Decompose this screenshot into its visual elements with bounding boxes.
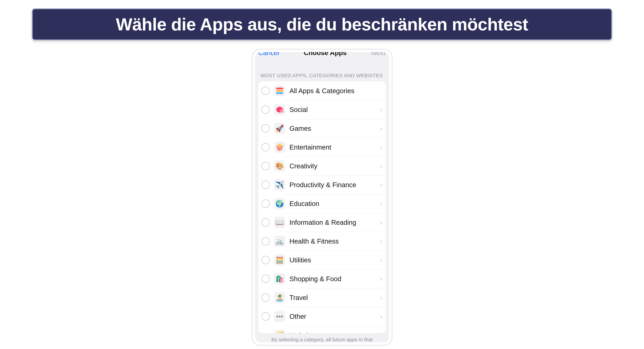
checkbox[interactable] — [261, 105, 270, 114]
chevron-right-icon: › — [378, 256, 382, 264]
row-productivity[interactable]: ✈️ Productivity & Finance › — [258, 175, 386, 194]
section-header: MOST USED APPS, CATEGORIES AND WEBSITES — [255, 58, 389, 81]
footer-note: By selecting a category, all future apps… — [255, 333, 389, 342]
checkbox[interactable] — [261, 87, 270, 95]
chevron-right-icon: › — [378, 144, 382, 151]
checkbox[interactable] — [261, 218, 270, 227]
row-label: All Apps & Categories — [290, 87, 382, 95]
chevron-right-icon: › — [378, 181, 382, 189]
chevron-right-icon: › — [378, 219, 382, 226]
phone-screen: Cancel Choose Apps Next MOST USED APPS, … — [255, 52, 389, 342]
bag-icon: 🛍️ — [274, 273, 285, 284]
checkbox[interactable] — [261, 181, 270, 189]
palette-icon: 🎨 — [274, 160, 285, 172]
row-label: Utilities — [290, 256, 378, 264]
row-health[interactable]: 🚲 Health & Fitness › — [258, 232, 386, 251]
row-travel[interactable]: 🏝️ Travel › — [258, 288, 386, 307]
checkbox[interactable] — [261, 275, 270, 283]
checkbox[interactable] — [261, 293, 270, 302]
row-label: Websites — [290, 331, 378, 333]
checkbox[interactable] — [261, 124, 270, 133]
popcorn-icon: 🍿 — [274, 142, 285, 153]
row-label: Games — [290, 125, 378, 132]
checkbox[interactable] — [261, 312, 270, 321]
book-icon: 📖 — [274, 217, 285, 228]
row-label: Other — [290, 313, 378, 320]
row-shopping[interactable]: 🛍️ Shopping & Food › — [258, 269, 386, 288]
row-education[interactable]: 🌍 Education › — [258, 194, 386, 213]
chevron-right-icon: › — [378, 162, 382, 170]
bike-icon: 🚲 — [274, 236, 285, 247]
checkbox[interactable] — [261, 143, 270, 151]
row-label: Education — [290, 200, 378, 207]
paperplane-icon: ✈️ — [274, 179, 285, 190]
row-utilities[interactable]: 🧮 Utilities › — [258, 251, 386, 269]
chevron-right-icon: › — [378, 331, 382, 333]
row-label: Travel — [290, 294, 378, 301]
chevron-right-icon: › — [378, 237, 382, 245]
row-label: Health & Fitness — [290, 237, 378, 245]
checkbox[interactable] — [261, 256, 270, 264]
row-entertainment[interactable]: 🍿 Entertainment › — [258, 138, 386, 157]
chevron-right-icon: › — [378, 106, 382, 114]
chevron-right-icon: › — [378, 275, 382, 283]
row-label: Social — [290, 106, 378, 114]
chevron-right-icon: › — [378, 313, 382, 320]
row-label: Shopping & Food — [290, 275, 378, 283]
instruction-banner-text: Wähle die Apps aus, die du beschränken m… — [116, 15, 528, 35]
row-label: Creativity — [290, 162, 378, 170]
cancel-button[interactable]: Cancel — [258, 52, 279, 57]
row-label: Productivity & Finance — [290, 181, 378, 189]
navbar: Cancel Choose Apps Next — [255, 52, 389, 58]
dots-icon: ••• — [274, 311, 285, 322]
row-games[interactable]: 🚀 Games › — [258, 119, 386, 138]
stack-icon — [274, 85, 285, 96]
page-title: Choose Apps — [304, 52, 346, 57]
next-button[interactable]: Next — [371, 52, 386, 57]
instruction-banner: Wähle die Apps aus, die du beschränken m… — [32, 9, 612, 40]
checkbox[interactable] — [261, 162, 270, 170]
category-list: All Apps & Categories Social › 🚀 Games ›… — [258, 81, 386, 333]
row-other[interactable]: ••• Other › — [258, 307, 386, 326]
row-social[interactable]: Social › — [258, 100, 386, 119]
rocket-icon: 🚀 — [274, 123, 285, 134]
row-all-apps[interactable]: All Apps & Categories — [258, 81, 386, 100]
row-label: Information & Reading — [290, 219, 378, 226]
row-websites[interactable]: 🧭 Websites › — [258, 326, 386, 333]
chevron-right-icon: › — [378, 200, 382, 207]
row-label: Entertainment — [290, 144, 378, 151]
speech-icon — [274, 104, 285, 115]
checkbox[interactable] — [261, 237, 270, 245]
chevron-right-icon: › — [378, 125, 382, 132]
globe-icon: 🌍 — [274, 198, 285, 209]
checkbox[interactable] — [261, 199, 270, 208]
row-information[interactable]: 📖 Information & Reading › — [258, 213, 386, 232]
phone-frame: Cancel Choose Apps Next MOST USED APPS, … — [252, 49, 392, 346]
row-creativity[interactable]: 🎨 Creativity › — [258, 157, 386, 175]
compass-icon: 🧭 — [274, 330, 285, 333]
calculator-icon: 🧮 — [274, 254, 285, 266]
chevron-right-icon: › — [378, 294, 382, 301]
palmtree-icon: 🏝️ — [274, 292, 285, 303]
